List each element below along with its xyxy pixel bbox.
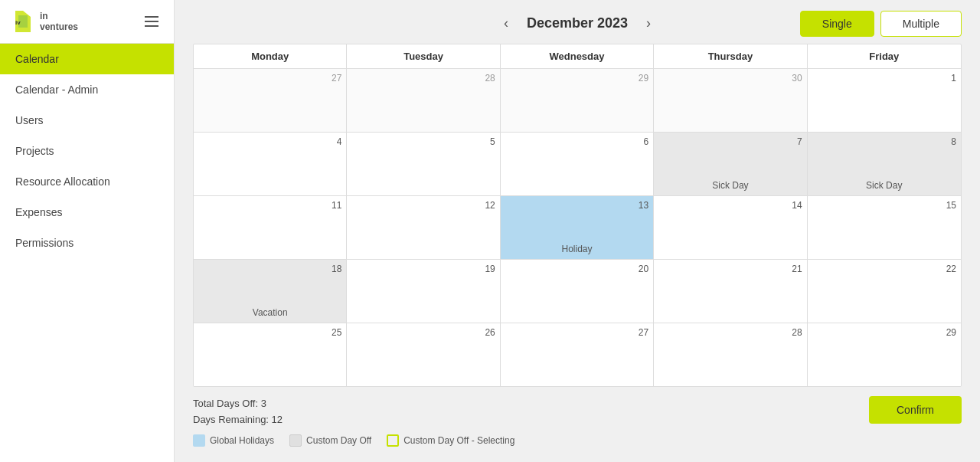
- calendar-header: ‹ December 2023 › Single Multiple: [193, 12, 962, 34]
- cell-dec-18[interactable]: 18Vacation: [194, 260, 347, 323]
- legend-global: Global Holidays: [193, 434, 274, 447]
- cell-dec-21[interactable]: 21: [654, 260, 807, 323]
- cell-dec-5[interactable]: 5: [347, 133, 500, 195]
- days-remaining: Days Remaining: 12: [193, 412, 514, 428]
- legend-global-box: [193, 434, 205, 447]
- col-tuesday: Tuesday: [347, 44, 500, 68]
- main-content: ‹ December 2023 › Single Multiple Monday…: [175, 0, 980, 462]
- multiple-view-button[interactable]: Multiple: [880, 11, 962, 37]
- view-toggle: Single Multiple: [800, 11, 962, 37]
- cell-dec-11[interactable]: 11: [194, 196, 347, 259]
- company-name: in ventures: [40, 11, 78, 33]
- sidebar-item-projects[interactable]: Projects: [0, 136, 174, 166]
- confirm-button[interactable]: Confirm: [869, 396, 962, 424]
- col-monday: Monday: [194, 44, 347, 68]
- cell-dec-4[interactable]: 4: [194, 133, 347, 195]
- calendar-rows: 27 28 29 30 1 4 5 6 7Sick Day 8Sick Day …: [194, 69, 961, 386]
- legend-custom: Custom Day Off: [289, 434, 371, 447]
- company-logo: iv: [12, 9, 34, 34]
- sidebar-item-resource-allocation[interactable]: Resource Allocation: [0, 166, 174, 197]
- cell-dec-15[interactable]: 15: [808, 196, 961, 259]
- cell-dec-8[interactable]: 8Sick Day: [808, 133, 961, 195]
- sidebar-item-permissions[interactable]: Permissions: [0, 228, 174, 258]
- footer-left: Total Days Off: 3 Days Remaining: 12 Glo…: [193, 396, 514, 447]
- calendar-week-2: 4 5 6 7Sick Day 8Sick Day: [194, 133, 961, 196]
- legend-custom-label: Custom Day Off: [306, 435, 371, 446]
- calendar-week-1: 27 28 29 30 1: [194, 69, 961, 133]
- calendar-title: December 2023: [527, 15, 628, 31]
- cell-nov-30[interactable]: 30: [654, 69, 807, 132]
- cell-dec-28[interactable]: 28: [654, 323, 807, 386]
- cell-dec-22[interactable]: 22: [808, 260, 961, 323]
- sidebar-item-users[interactable]: Users: [0, 105, 174, 136]
- calendar-week-3: 11 12 13Holiday 14 15: [194, 196, 961, 260]
- sidebar-nav: Calendar Calendar - Admin Users Projects…: [0, 44, 174, 258]
- cell-dec-26[interactable]: 26: [347, 323, 500, 386]
- cell-dec-6[interactable]: 6: [501, 133, 654, 195]
- cell-dec-25[interactable]: 25: [194, 323, 347, 386]
- cell-dec-27[interactable]: 27: [501, 323, 654, 386]
- col-wednesday: Wednesday: [501, 44, 654, 68]
- calendar-column-headers: Monday Tuesday Wednesday Thursday Friday: [194, 44, 961, 69]
- sidebar-item-expenses[interactable]: Expenses: [0, 197, 174, 228]
- sidebar: iv in ventures Calendar Calendar - Admin…: [0, 0, 175, 462]
- legend-selecting: Custom Day Off - Selecting: [387, 434, 514, 447]
- cell-dec-20[interactable]: 20: [501, 260, 654, 323]
- sidebar-item-calendar[interactable]: Calendar: [0, 44, 174, 74]
- cell-dec-29[interactable]: 29: [808, 323, 961, 386]
- calendar-week-5: 25 26 27 28 29: [194, 323, 961, 386]
- cell-dec-13[interactable]: 13Holiday: [501, 196, 654, 259]
- calendar-footer: Total Days Off: 3 Days Remaining: 12 Glo…: [193, 387, 962, 450]
- single-view-button[interactable]: Single: [800, 11, 874, 37]
- next-month-button[interactable]: ›: [640, 12, 657, 34]
- legend-selecting-box: [387, 434, 399, 447]
- calendar-area: ‹ December 2023 › Single Multiple Monday…: [175, 0, 980, 462]
- col-thursday: Thursday: [654, 44, 807, 68]
- sidebar-item-calendar-admin[interactable]: Calendar - Admin: [0, 74, 174, 105]
- logo-area: iv in ventures: [0, 0, 174, 44]
- prev-month-button[interactable]: ‹: [498, 12, 514, 34]
- total-days-off: Total Days Off: 3: [193, 396, 514, 412]
- legend: Global Holidays Custom Day Off Custom Da…: [193, 428, 514, 447]
- calendar-week-4: 18Vacation 19 20 21 22: [194, 260, 961, 323]
- cell-dec-7[interactable]: 7Sick Day: [654, 133, 807, 195]
- cell-dec-12[interactable]: 12: [347, 196, 500, 259]
- legend-selecting-label: Custom Day Off - Selecting: [403, 435, 514, 446]
- cell-nov-27[interactable]: 27: [194, 69, 347, 132]
- menu-icon[interactable]: [142, 13, 162, 30]
- legend-custom-box: [289, 434, 302, 447]
- cell-nov-29[interactable]: 29: [501, 69, 654, 132]
- col-friday: Friday: [808, 44, 961, 68]
- svg-text:iv: iv: [15, 19, 21, 26]
- cell-nov-28[interactable]: 28: [347, 69, 500, 132]
- calendar-grid: Monday Tuesday Wednesday Thursday Friday…: [193, 44, 962, 387]
- cell-dec-14[interactable]: 14: [654, 196, 807, 259]
- cell-dec-19[interactable]: 19: [347, 260, 500, 323]
- cell-dec-1[interactable]: 1: [808, 69, 961, 132]
- legend-global-label: Global Holidays: [210, 435, 274, 446]
